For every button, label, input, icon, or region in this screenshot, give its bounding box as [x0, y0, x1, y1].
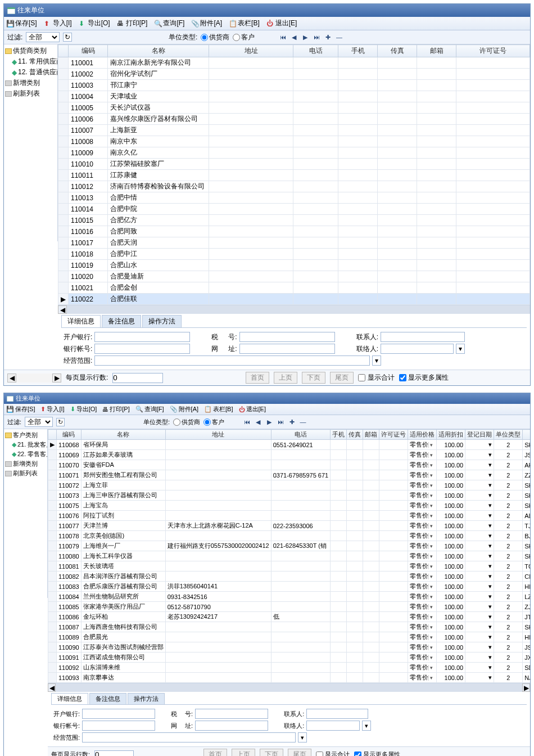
contact2-dropdown-icon[interactable]: ▾	[456, 344, 465, 354]
columns-button[interactable]: 📋表栏[B]	[204, 405, 233, 413]
table-row[interactable]: 110082昌本润洋医疗器械有限公司 零售价▾ 100.00 ▾ 2 CBJY	[48, 572, 531, 582]
table-row[interactable]: 110004天津域业	[58, 91, 530, 102]
table-row[interactable]: 110002宿州化学试剂厂	[58, 69, 530, 80]
export-button[interactable]: ⬇导出[O]	[79, 19, 110, 28]
contact2-dropdown-icon[interactable]: ▾	[362, 721, 371, 731]
bank-input[interactable]	[94, 332, 190, 342]
save-button[interactable]: 💾保存[S]	[6, 405, 35, 413]
exit-button[interactable]: ⏻退出[E]	[266, 19, 297, 28]
table-row[interactable]: 110070安徽省FDA 零售价▾ 100.00 ▾ 2 AHSFD	[48, 460, 531, 470]
table-row[interactable]: 110071郑州安图生物工程有限公司0371-67985975 671 零售价▾…	[48, 470, 531, 480]
table-row[interactable]: 110001南京江南永新光学有限公司	[58, 57, 530, 69]
tab-details[interactable]: 详细信息	[51, 693, 88, 704]
nav-add-icon[interactable]: ✚	[323, 33, 332, 41]
filter-go-icon[interactable]: ↻	[56, 418, 65, 426]
tree-item-retail[interactable]: ◆22. 零售客户	[5, 449, 46, 459]
table-row[interactable]: 110016合肥同致	[58, 226, 530, 237]
web-input[interactable]	[239, 344, 335, 354]
h-scrollbar[interactable]: ◀	[58, 305, 530, 314]
table-row[interactable]: 110006嘉兴维尔康医疗器材有限公司	[58, 114, 530, 125]
table-row[interactable]: 110076阿拉丁试剂 零售价▾ 100.00 ▾ 2 ALDSJ	[48, 511, 531, 521]
tree-refresh[interactable]: 刷新列表	[5, 469, 46, 478]
scope-input[interactable]	[82, 732, 296, 742]
table-row[interactable]: 110020合肥曼迪新	[58, 271, 530, 282]
table-row[interactable]: 110089合肥晨光 零售价▾ 100.00 ▾ 2 HPCG	[48, 632, 531, 642]
nav-next-icon[interactable]: ▶	[265, 418, 274, 426]
table-row[interactable]: 110075上海宝岛 零售价▾ 100.00 ▾ 2 SHBD	[48, 501, 531, 511]
table-row[interactable]: 110014合肥中院	[58, 204, 530, 215]
scope-dropdown-icon[interactable]: ▾	[372, 356, 381, 366]
table-row[interactable]: 110003邗江康宁	[58, 80, 530, 91]
table-row[interactable]: 110077天津兰博天津市水上北路水榭花园C-12A022-23593006 零…	[48, 521, 531, 531]
prev-page-button[interactable]: 上页	[274, 372, 297, 384]
attach-button[interactable]: 📎附件[A]	[191, 19, 222, 28]
print-button[interactable]: 🖶打印[P]	[117, 19, 148, 28]
web-input[interactable]	[195, 721, 268, 731]
save-button[interactable]: 💾保存[S]	[6, 19, 37, 28]
table-row[interactable]: 110018合肥中江	[58, 249, 530, 260]
customer-radio[interactable]: 客户	[233, 33, 255, 42]
table-row[interactable]: 110008南京中东	[58, 136, 530, 147]
tree-refresh[interactable]: 刷新列表	[5, 88, 56, 99]
table-row[interactable]: 110084兰州生物制品研究所0931-8342516 零售价▾ 100.00 …	[48, 592, 531, 602]
supplier-grid[interactable]: 编码 名称 地址 电话 手机 传真 邮箱 许可证号 110001南京江南永新光学…	[58, 44, 530, 305]
tree-add-category[interactable]: 新增类别	[5, 78, 56, 88]
nav-prev-icon[interactable]: ◀	[289, 33, 298, 41]
tab-notes[interactable]: 备注信息	[102, 315, 141, 327]
table-row[interactable]: 110086金坛环柏老苏13092424217低 零售价▾ 100.00 ▾ 2…	[48, 612, 531, 622]
next-page-button[interactable]: 下页	[260, 749, 283, 756]
rows-input[interactable]	[112, 373, 163, 383]
tree-root[interactable]: 供货商类别	[5, 46, 56, 56]
nav-first-icon[interactable]: ⏮	[278, 33, 287, 41]
nav-last-icon[interactable]: ⏭	[312, 33, 321, 41]
tax-input[interactable]	[195, 709, 268, 719]
filter-select[interactable]: 全部	[26, 32, 60, 42]
bank-input[interactable]	[82, 709, 155, 719]
show-sum-checkbox[interactable]: 显示合计	[316, 750, 350, 756]
nav-last-icon[interactable]: ⏭	[276, 418, 285, 426]
tab-ops[interactable]: 操作方法	[142, 315, 182, 327]
supplier-radio[interactable]: 供货商	[173, 418, 200, 426]
prev-page-button[interactable]: 上页	[232, 749, 255, 756]
contact-input[interactable]	[381, 332, 465, 342]
scope-input[interactable]	[94, 356, 370, 366]
table-row[interactable]: 110087上海西唐生物科技有限公司 零售价▾ 100.00 ▾ 2 SHXTS	[48, 622, 531, 632]
first-page-button[interactable]: 首页	[246, 372, 269, 384]
import-button[interactable]: ⬆导入[I]	[40, 405, 64, 413]
table-row[interactable]: 110085张家港华美医疗用品厂0512-58710790 零售价▾ 100.0…	[48, 602, 531, 612]
show-more-checkbox[interactable]: 显示更多属性	[399, 373, 449, 382]
h-scrollbar[interactable]: ◀ ▶	[48, 683, 530, 692]
table-row[interactable]: 110069江苏如皋天泰玻璃 零售价▾ 100.00 ▾ 2 JSRGT	[48, 450, 531, 460]
tax-input[interactable]	[239, 332, 335, 342]
tree-root[interactable]: 客户类别	[5, 430, 46, 440]
tree-item-common[interactable]: ◆11. 常用供应商	[5, 56, 56, 67]
contact-input[interactable]	[306, 709, 368, 719]
supplier-radio[interactable]: 供货商	[201, 33, 229, 42]
table-row[interactable]: ▶ 110068省环保局0551-2649021 零售价▾ 100.00 ▾ 2…	[48, 440, 531, 450]
table-row[interactable]: 110015合肥亿方	[58, 215, 530, 226]
tab-notes[interactable]: 备注信息	[89, 693, 126, 704]
scope-dropdown-icon[interactable]: ▾	[298, 732, 307, 742]
table-row[interactable]: 110083合肥乐康医疗器械有限公司洪菲13856040141 零售价▾ 100…	[48, 582, 531, 592]
customer-grid[interactable]: 编码 名称 地址 电话 手机 传真 邮箱 许可证号 适用价格 适用折扣 登记日期…	[48, 429, 530, 683]
table-row[interactable]: 110081天长玻璃塔 零售价▾ 100.00 ▾ 2 TCBJL	[48, 561, 531, 572]
tree-scroll[interactable]: ◀▶	[7, 374, 61, 382]
customer-radio[interactable]: 客户	[203, 418, 224, 426]
table-row[interactable]: 110080上海长工科学仪器 零售价▾ 100.00 ▾ 2 SHKGR	[48, 551, 531, 561]
acct-input[interactable]	[82, 721, 155, 731]
acct-input[interactable]	[94, 344, 190, 354]
exit-button[interactable]: ⏻退出[E]	[239, 405, 266, 413]
tab-ops[interactable]: 操作方法	[128, 693, 165, 704]
nav-remove-icon[interactable]: —	[298, 418, 307, 426]
attach-button[interactable]: 📎附件[A]	[170, 405, 198, 413]
table-row[interactable]: 110093南京攀事达 零售价▾ 100.00 ▾ 2 NJPSD	[48, 673, 531, 683]
table-row[interactable]: 110021合肥金创	[58, 282, 530, 294]
show-sum-checkbox[interactable]: 显示合计	[358, 373, 394, 382]
table-row[interactable]: 110073上海三申医疗器械有限公司 零售价▾ 100.00 ▾ 2 SHSSY	[48, 490, 531, 501]
tree-item-wholesale[interactable]: ◆21. 批发客户	[5, 440, 46, 449]
nav-first-icon[interactable]: ⏮	[242, 418, 251, 426]
table-row[interactable]: ▶110022合肥佳联	[58, 294, 530, 305]
table-row[interactable]: 110091江西诺成生物有限公司 零售价▾ 100.00 ▾ 2 JXNCZ	[48, 652, 531, 663]
nav-add-icon[interactable]: ✚	[287, 418, 296, 426]
table-row[interactable]: 110009南京久亿	[58, 147, 530, 159]
